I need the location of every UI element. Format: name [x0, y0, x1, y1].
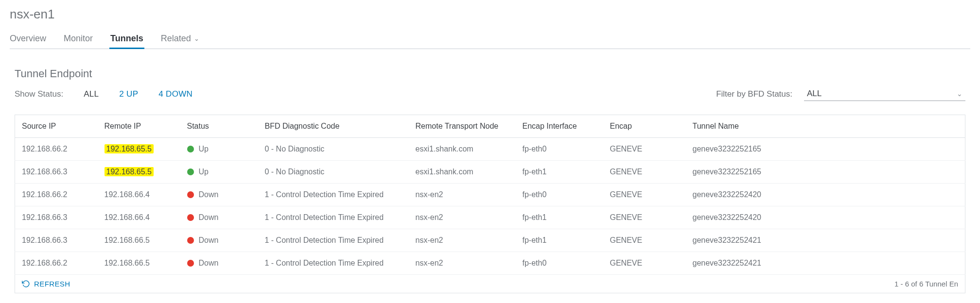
cell-encap: GENEVE [603, 252, 686, 275]
cell-encap: GENEVE [603, 161, 686, 184]
row-counter: 1 - 6 of 6 Tunnel En [894, 280, 958, 288]
cell-remote-ip: 192.168.66.5 [98, 252, 180, 275]
cell-encap-interface: fp-eth0 [516, 138, 603, 161]
cell-encap-interface: fp-eth0 [516, 184, 603, 206]
cell-remote-ip: 192.168.66.4 [98, 184, 180, 206]
bfd-filter-dropdown[interactable]: ALL ⌄ [804, 87, 965, 101]
highlighted-value: 192.168.65.5 [105, 167, 154, 176]
cell-source-ip: 192.168.66.2 [15, 138, 98, 161]
status-dot-icon [187, 237, 194, 244]
status-dot-icon [187, 214, 194, 221]
status-text: Down [199, 213, 219, 222]
cell-tunnel-name: geneve3232252165 [686, 138, 965, 161]
cell-bfd-code: 1 - Control Detection Time Expired [258, 252, 409, 275]
refresh-icon [22, 280, 30, 288]
cell-encap-interface: fp-eth1 [516, 161, 603, 184]
column-header[interactable]: Encap [603, 115, 686, 138]
status-text: Up [199, 168, 209, 176]
column-header[interactable]: Status [180, 115, 258, 138]
show-status-label: Show Status: [15, 89, 63, 99]
column-header[interactable]: Remote Transport Node [409, 115, 516, 138]
cell-status: Up [180, 138, 258, 161]
cell-remote-node: esxi1.shank.com [409, 138, 516, 161]
tab-bar: OverviewMonitorTunnelsRelated⌄ [10, 31, 970, 49]
status-dot-icon [187, 168, 194, 175]
status-text: Down [199, 259, 219, 268]
refresh-label: REFRESH [34, 280, 70, 288]
cell-bfd-code: 1 - Control Detection Time Expired [258, 184, 409, 206]
cell-tunnel-name: geneve3232252420 [686, 184, 965, 206]
column-header[interactable]: Tunnel Name [686, 115, 965, 138]
table-row[interactable]: 192.168.66.3192.168.66.4Down1 - Control … [15, 206, 965, 229]
tab-tunnels[interactable]: Tunnels [110, 31, 143, 49]
cell-source-ip: 192.168.66.2 [15, 252, 98, 275]
section-title: Tunnel Endpoint [15, 67, 965, 80]
bfd-filter-selected: ALL [807, 89, 822, 99]
chevron-down-icon: ⌄ [957, 90, 962, 98]
cell-status: Down [180, 252, 258, 275]
page-title: nsx-en1 [10, 5, 970, 24]
tab-label: Overview [10, 34, 46, 44]
table-row[interactable]: 192.168.66.2192.168.66.4Down1 - Control … [15, 184, 965, 206]
cell-tunnel-name: geneve3232252421 [686, 229, 965, 252]
cell-encap-interface: fp-eth1 [516, 206, 603, 229]
table-row[interactable]: 192.168.66.3192.168.65.5Up0 - No Diagnos… [15, 161, 965, 184]
status-text: Down [199, 190, 219, 199]
column-header[interactable]: Source IP [15, 115, 98, 138]
refresh-button[interactable]: REFRESH [22, 280, 70, 288]
table-body: 192.168.66.2192.168.65.5Up0 - No Diagnos… [15, 138, 965, 275]
column-header[interactable]: Remote IP [98, 115, 180, 138]
table-row[interactable]: 192.168.66.2192.168.66.5Down1 - Control … [15, 252, 965, 275]
table-header-row: Source IPRemote IPStatusBFD Diagnostic C… [15, 115, 965, 138]
cell-remote-node: nsx-en2 [409, 229, 516, 252]
cell-bfd-code: 0 - No Diagnostic [258, 138, 409, 161]
cell-tunnel-name: geneve3232252421 [686, 252, 965, 275]
chevron-down-icon: ⌄ [194, 35, 199, 42]
status-filter-2-up[interactable]: 2 UP [119, 89, 138, 99]
table-row[interactable]: 192.168.66.2192.168.65.5Up0 - No Diagnos… [15, 138, 965, 161]
cell-status: Down [180, 229, 258, 252]
status-dot-icon [187, 146, 194, 152]
status-text: Up [199, 145, 209, 153]
cell-encap: GENEVE [603, 206, 686, 229]
cell-tunnel-name: geneve3232252165 [686, 161, 965, 184]
tab-label: Monitor [64, 34, 93, 44]
cell-remote-ip: 192.168.65.5 [98, 161, 180, 184]
cell-status: Down [180, 184, 258, 206]
cell-remote-node: nsx-en2 [409, 252, 516, 275]
cell-encap: GENEVE [603, 184, 686, 206]
cell-encap: GENEVE [603, 138, 686, 161]
cell-source-ip: 192.168.66.3 [15, 229, 98, 252]
table-row[interactable]: 192.168.66.3192.168.66.5Down1 - Control … [15, 229, 965, 252]
column-header[interactable]: BFD Diagnostic Code [258, 115, 409, 138]
cell-bfd-code: 0 - No Diagnostic [258, 161, 409, 184]
status-filter-all[interactable]: ALL [84, 89, 99, 99]
filter-row: Show Status: ALL2 UP4 DOWN Filter by BFD… [15, 87, 965, 101]
cell-remote-ip: 192.168.65.5 [98, 138, 180, 161]
status-filter-4-down[interactable]: 4 DOWN [158, 89, 192, 99]
cell-bfd-code: 1 - Control Detection Time Expired [258, 229, 409, 252]
cell-remote-node: esxi1.shank.com [409, 161, 516, 184]
tab-related[interactable]: Related⌄ [161, 31, 199, 49]
status-dot-icon [187, 260, 194, 267]
cell-source-ip: 192.168.66.2 [15, 184, 98, 206]
cell-status: Up [180, 161, 258, 184]
cell-encap: GENEVE [603, 229, 686, 252]
column-header[interactable]: Encap Interface [516, 115, 603, 138]
cell-tunnel-name: geneve3232252420 [686, 206, 965, 229]
cell-source-ip: 192.168.66.3 [15, 161, 98, 184]
cell-remote-node: nsx-en2 [409, 206, 516, 229]
cell-bfd-code: 1 - Control Detection Time Expired [258, 206, 409, 229]
cell-remote-ip: 192.168.66.4 [98, 206, 180, 229]
status-text: Down [199, 236, 219, 245]
cell-source-ip: 192.168.66.3 [15, 206, 98, 229]
tab-monitor[interactable]: Monitor [64, 31, 93, 49]
highlighted-value: 192.168.65.5 [105, 144, 154, 153]
cell-encap-interface: fp-eth1 [516, 229, 603, 252]
bfd-filter-label: Filter by BFD Status: [716, 89, 792, 99]
table-footer: REFRESH 1 - 6 of 6 Tunnel En [15, 275, 965, 293]
cell-status: Down [180, 206, 258, 229]
tab-overview[interactable]: Overview [10, 31, 46, 49]
status-dot-icon [187, 191, 194, 198]
tab-label: Related [161, 34, 191, 44]
